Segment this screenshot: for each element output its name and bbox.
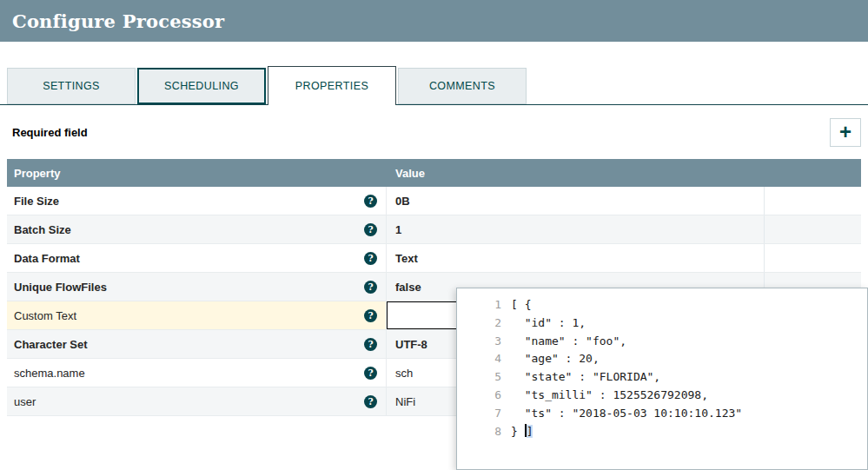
selected-bracket: ] [527,425,533,438]
tab-label: PROPERTIES [295,80,368,92]
property-value: Text [395,252,418,265]
property-name: Custom Text [14,309,76,322]
property-cell: Batch Size ? [7,215,387,243]
line-number: 1 [457,296,511,314]
tab-settings[interactable]: SETTINGS [7,68,136,104]
tab-bar: SETTINGS SCHEDULING PROPERTIES COMMENTS [0,66,868,105]
value-cell[interactable]: Text [387,244,765,272]
property-name: user [14,395,36,408]
property-cell: Character Set ? [7,330,387,358]
help-icon[interactable]: ? [364,395,377,408]
plus-icon: + [839,122,851,142]
property-value: 1 [395,223,401,236]
help-icon[interactable]: ? [364,281,377,294]
property-name: schema.name [14,367,85,380]
editor-line: 2 "id" : 1, [457,314,867,333]
help-icon[interactable]: ? [364,195,377,208]
property-name: Batch Size [14,223,71,236]
property-cell: Data Format ? [7,244,387,272]
help-icon[interactable]: ? [364,223,377,236]
property-cell: schema.name ? [7,359,387,387]
tab-scheduling[interactable]: SCHEDULING [137,68,266,104]
property-name: File Size [14,195,59,208]
property-cell: File Size ? [7,187,387,215]
tab-comments[interactable]: COMMENTS [398,68,527,104]
help-icon[interactable]: ? [364,367,377,380]
add-property-button[interactable]: + [830,118,861,147]
line-code: "state" : "FLORIDA", [511,368,660,387]
line-code: "id" : 1, [511,314,586,333]
help-icon[interactable]: ? [364,252,377,265]
actions-cell [765,187,861,215]
editor-line: 8 } ] [457,423,867,441]
table-row[interactable]: Batch Size ? 1 [7,215,861,244]
table-row[interactable]: Data Format ? Text [7,244,861,273]
help-icon[interactable]: ? [364,309,377,322]
line-number: 8 [457,423,511,441]
property-value: sch [395,367,413,380]
line-code: [ { [511,296,531,314]
dialog-header: Configure Processor [0,0,868,42]
property-name: Unique FlowFiles [14,281,107,294]
editor-line: 6 "ts_milli" : 1525526792098, [457,387,867,405]
line-code: } ] [511,423,533,441]
tab-label: SCHEDULING [164,80,239,92]
line-code: "ts" : "2018-05-03 10:10:10.123" [511,405,742,423]
line-code: "age" : 20, [511,350,600,368]
editor-line: 7 "ts" : "2018-05-03 10:10:10.123" [457,405,867,423]
properties-toolbar: Required field + [7,116,861,149]
help-icon[interactable]: ? [364,338,377,351]
property-value: false [395,281,421,294]
dialog-title: Configure Processor [12,10,224,32]
value-cell[interactable]: 0B [387,187,765,215]
property-value: UTF-8 [395,338,427,351]
required-field-label: Required field [7,126,88,139]
column-header-value: Value [387,167,765,180]
property-value: NiFi [395,395,415,408]
property-cell: user ? [7,387,387,415]
line-number: 6 [457,387,511,405]
property-value: 0B [395,195,410,208]
property-name: Data Format [14,252,80,265]
table-header-row: Property Value [7,159,861,187]
tab-label: COMMENTS [429,80,495,92]
editor-line: 1 [ { [457,296,867,314]
value-cell[interactable]: 1 [387,215,765,243]
line-code: "ts_milli" : 1525526792098, [511,387,708,405]
tab-label: SETTINGS [43,80,100,92]
editor-line: 5 "state" : "FLORIDA", [457,368,867,387]
line-number: 2 [457,314,511,333]
property-name: Character Set [14,338,88,351]
column-header-property: Property [7,167,387,180]
line-code: "name" : "foo", [511,333,626,351]
editor-line: 3 "name" : "foo", [457,333,867,351]
property-cell: Unique FlowFiles ? [7,273,387,301]
line-number: 7 [457,405,511,423]
line-number: 5 [457,368,511,387]
table-row[interactable]: File Size ? 0B [7,187,861,215]
actions-cell [765,215,861,243]
property-cell: Custom Text ? [7,301,387,329]
editor-line: 4 "age" : 20, [457,350,867,368]
line-number: 3 [457,333,511,351]
value-editor-popup[interactable]: 1 [ { 2 "id" : 1, 3 "name" : "foo", 4 "a… [456,288,868,470]
tab-properties[interactable]: PROPERTIES [268,66,396,105]
line-number: 4 [457,350,511,368]
actions-cell [765,244,861,272]
